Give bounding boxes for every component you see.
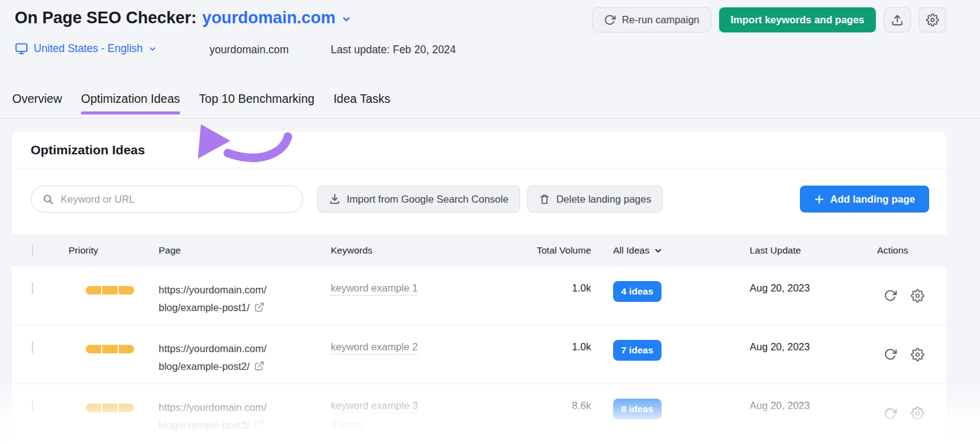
monitor-icon <box>15 42 28 55</box>
select-all-checkbox[interactable] <box>32 244 33 256</box>
tab-overview[interactable]: Overview <box>12 89 62 108</box>
column-page: Page <box>159 245 331 256</box>
keyword-link[interactable]: keyword example 2 <box>331 341 418 355</box>
total-volume-value: 8.6k <box>484 384 591 443</box>
add-landing-page-label: Add landing page <box>831 194 915 205</box>
landing-pages-table: Priority Page Keywords Total Volume All … <box>12 235 946 443</box>
rerun-row-icon[interactable] <box>884 407 897 420</box>
chevron-down-icon <box>654 246 663 255</box>
column-priority: Priority <box>69 245 159 256</box>
tab-top10-benchmarking[interactable]: Top 10 Benchmarking <box>199 89 315 108</box>
column-total-volume: Total Volume <box>484 245 591 256</box>
chevron-down-icon[interactable] <box>341 14 352 24</box>
keyword-link[interactable]: keyword example 3 <box>331 400 418 413</box>
table-row: https://yourdomain.com/ blog/example-pos… <box>12 266 946 325</box>
trash-icon <box>539 194 550 205</box>
main-tabs: Overview Optimization Ideas Top 10 Bench… <box>12 89 390 108</box>
add-landing-page-button[interactable]: Add landing page <box>800 186 929 213</box>
panel-title: Optimization Ideas <box>31 143 145 157</box>
ideas-filter-label: All Ideas <box>613 245 649 256</box>
ideas-badge[interactable]: 7 ideas <box>613 340 662 361</box>
tabs-divider <box>0 118 980 119</box>
campaign-domain[interactable]: yourdomain.com <box>202 9 336 28</box>
delete-landing-pages-button[interactable]: Delete landing pages <box>527 186 663 213</box>
priority-indicator <box>86 286 134 295</box>
delete-landing-pages-label: Delete landing pages <box>556 194 651 205</box>
column-keywords: Keywords <box>331 245 484 256</box>
curved-arrow-annotation <box>192 123 295 173</box>
ideas-filter-dropdown[interactable]: All Ideas <box>613 245 737 256</box>
export-button[interactable] <box>884 7 911 32</box>
search-box <box>31 186 303 213</box>
gear-icon <box>926 13 939 26</box>
table-header-row: Priority Page Keywords Total Volume All … <box>12 235 946 266</box>
import-keywords-label: Import keywords and pages <box>731 14 864 26</box>
header-actions: Re-run campaign Import keywords and page… <box>592 7 946 32</box>
priority-indicator <box>86 345 134 353</box>
locale-selector[interactable]: United States - English <box>15 42 157 55</box>
keyword-link[interactable]: keyword example 1 <box>331 282 418 296</box>
column-last-update: Last Update <box>737 245 865 256</box>
settings-button[interactable] <box>919 7 946 32</box>
total-volume-value: 1.0k <box>484 266 591 325</box>
row-checkbox[interactable] <box>32 282 33 295</box>
last-update-value: Aug 20, 2023 <box>737 266 865 325</box>
row-settings-gear-icon[interactable] <box>911 289 924 303</box>
site-name: yourdomain.com <box>209 43 288 56</box>
panel-header: Optimization Ideas <box>12 132 946 168</box>
last-update-value: Aug 20, 2023 <box>737 325 865 383</box>
rerun-campaign-button[interactable]: Re-run campaign <box>592 7 711 32</box>
last-update-text: Last update: Feb 20, 2024 <box>331 43 456 56</box>
last-update-value: Aug 20, 2023 <box>737 384 865 443</box>
optimization-ideas-panel: Optimization Ideas Import from Google Se… <box>12 132 946 444</box>
external-link-icon[interactable] <box>254 302 265 312</box>
rerun-row-icon[interactable] <box>884 289 897 302</box>
tab-optimization-ideas[interactable]: Optimization Ideas <box>81 89 180 108</box>
table-row: https://yourdomain.com/ blog/example-pos… <box>12 384 946 443</box>
import-gsc-label: Import from Google Search Console <box>347 194 508 205</box>
download-icon <box>329 194 341 205</box>
ideas-badge[interactable]: 8 ideas <box>613 399 662 420</box>
search-input[interactable] <box>61 194 292 205</box>
ideas-badge[interactable]: 4 ideas <box>613 281 662 302</box>
tab-idea-tasks[interactable]: Idea Tasks <box>333 89 390 108</box>
page-url: https://yourdomain.com/ blog/example-pos… <box>159 266 331 325</box>
rerun-campaign-label: Re-run campaign <box>622 14 699 26</box>
row-settings-gear-icon[interactable] <box>911 407 924 420</box>
row-checkbox[interactable] <box>32 341 33 353</box>
page-url: https://yourdomain.com/ blog/example-pos… <box>159 325 331 383</box>
active-tab-underline <box>81 111 180 115</box>
rerun-row-icon[interactable] <box>884 348 897 361</box>
plus-icon <box>814 194 824 205</box>
page-title-text: On Page SEO Checker: <box>15 9 197 28</box>
column-actions: Actions <box>865 245 946 256</box>
upload-icon <box>891 14 903 26</box>
row-checkbox[interactable] <box>32 400 33 412</box>
import-keywords-button[interactable]: Import keywords and pages <box>719 7 876 32</box>
refresh-icon <box>604 14 616 26</box>
locale-label: United States - English <box>34 42 143 55</box>
campaign-meta-row: United States - English yourdomain.com L… <box>0 42 980 59</box>
total-volume-value: 1.0k <box>484 325 591 383</box>
external-link-icon[interactable] <box>254 420 265 430</box>
chevron-down-icon <box>148 45 157 53</box>
panel-toolbar: Import from Google Search Console Delete… <box>12 168 946 213</box>
more-keywords-link[interactable]: 4 more <box>331 419 362 432</box>
external-link-icon[interactable] <box>254 361 265 371</box>
row-settings-gear-icon[interactable] <box>911 348 924 361</box>
search-icon <box>42 194 54 205</box>
import-gsc-button[interactable]: Import from Google Search Console <box>317 186 520 213</box>
priority-indicator <box>86 404 134 412</box>
page-url: https://yourdomain.com/ blog/example-pos… <box>159 384 331 443</box>
table-row: https://yourdomain.com/ blog/example-pos… <box>12 325 946 384</box>
page-title: On Page SEO Checker: yourdomain.com <box>15 9 352 28</box>
